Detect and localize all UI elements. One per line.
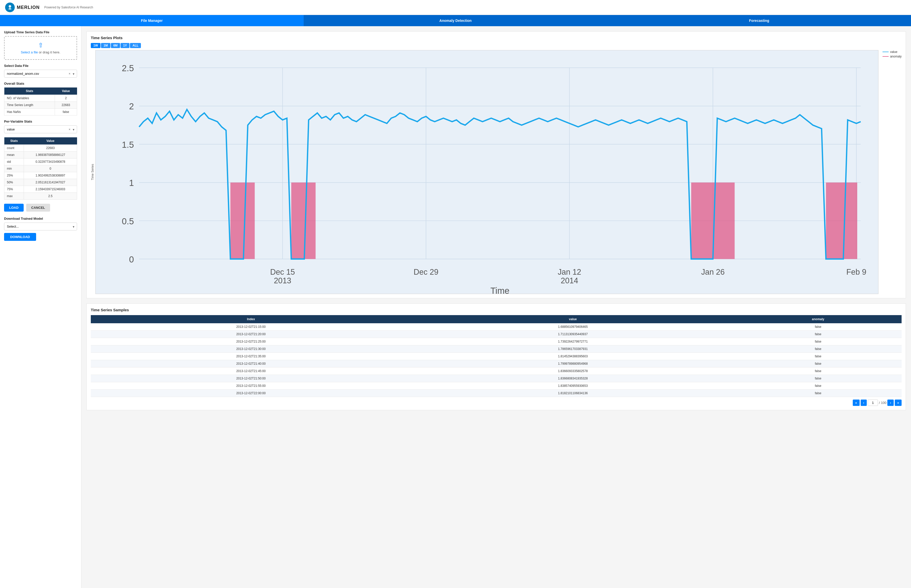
table-row: 50%2.0511613141947027 bbox=[4, 179, 77, 186]
prev-page-button[interactable]: ‹ bbox=[861, 399, 867, 406]
main-content: Upload Time Series Data File ⇧ Select a … bbox=[0, 26, 911, 588]
page-number-input[interactable] bbox=[868, 399, 878, 406]
y-axis-label: Time Series bbox=[91, 50, 94, 294]
per-variable-select-wrapper: value × ▾ bbox=[4, 125, 77, 133]
legend-label: value bbox=[890, 50, 898, 54]
data-file-select[interactable]: normalized_anom.csv bbox=[4, 70, 77, 78]
logo-text: MERLION bbox=[17, 5, 40, 10]
svg-text:Feb 9: Feb 9 bbox=[846, 268, 866, 276]
download-title: Download Trained Model bbox=[4, 217, 77, 221]
download-select-wrapper: Select... ▾ bbox=[4, 223, 77, 230]
time-range-btn-all[interactable]: ALL bbox=[130, 43, 141, 48]
per-variable-stats-table: Stats Value count22683mean1.969387085886… bbox=[4, 137, 77, 200]
overall-stats-title: Overall Stats bbox=[4, 82, 77, 86]
table-row: 2013-12-02T21:20:001.7113130935440937fal… bbox=[91, 331, 901, 338]
value-col-header: Value bbox=[55, 87, 77, 95]
table-row: 2013-12-02T21:45:001.8366093335802578fal… bbox=[91, 367, 901, 375]
per-var-stats-col: Stats bbox=[4, 137, 24, 145]
table-row: Time Series Length22683 bbox=[4, 102, 77, 108]
download-section: Download Trained Model Select... ▾ DOWNL… bbox=[4, 217, 77, 241]
tab-file-manager[interactable]: File Manager bbox=[0, 15, 304, 26]
download-select[interactable]: Select... bbox=[4, 223, 77, 230]
legend-color bbox=[882, 52, 888, 52]
last-page-button[interactable]: » bbox=[895, 399, 901, 406]
logo-area: MERLION Powered by Salesforce AI Researc… bbox=[5, 3, 93, 12]
svg-text:Dec 15: Dec 15 bbox=[270, 268, 295, 276]
time-range-btn-1y[interactable]: 1Y bbox=[121, 43, 129, 48]
svg-text:1: 1 bbox=[129, 178, 134, 188]
svg-point-0 bbox=[9, 5, 11, 8]
table-row: 25%1.9024992538308897 bbox=[4, 172, 77, 179]
nav-tabs: File Manager Anomaly Detection Forecasti… bbox=[0, 15, 911, 26]
data-file-select-wrapper: normalized_anom.csv × ▾ bbox=[4, 70, 77, 78]
plot-section: Time Series Plots 1W1M6M1YALL Time Serie… bbox=[86, 31, 906, 298]
legend-label: anomaly bbox=[890, 55, 901, 58]
time-range-btn-1m[interactable]: 1M bbox=[101, 43, 110, 48]
per-variable-stats-title: Per-Variable Stats bbox=[4, 120, 77, 123]
next-page-button[interactable]: › bbox=[887, 399, 893, 406]
table-row: 2013-12-02T21:30:001.7865961703387931fal… bbox=[91, 346, 901, 353]
table-row: std0.3229773415490878 bbox=[4, 158, 77, 165]
plot-title: Time Series Plots bbox=[91, 36, 901, 40]
samples-col-header: anomaly bbox=[735, 315, 901, 323]
per-var-clear-icon[interactable]: × bbox=[69, 128, 71, 131]
samples-col-header: Index bbox=[91, 315, 411, 323]
table-row: max2.5 bbox=[4, 193, 77, 200]
cancel-button[interactable]: CANCEL bbox=[26, 204, 50, 212]
upload-drag-text: or drag it here. bbox=[39, 50, 61, 54]
pagination: « ‹ / 100 › » bbox=[91, 399, 901, 406]
app-header: MERLION Powered by Salesforce AI Researc… bbox=[0, 0, 911, 15]
table-row: 2013-12-02T21:50:001.8366808341935328fal… bbox=[91, 375, 901, 382]
svg-text:Time: Time bbox=[490, 286, 509, 294]
tab-forecasting[interactable]: Forecasting bbox=[607, 15, 911, 26]
overall-stats-table: Stats Value NO. of Variables2Time Series… bbox=[4, 87, 77, 115]
select-clear-icon[interactable]: × bbox=[69, 72, 71, 76]
content-area: Time Series Plots 1W1M6M1YALL Time Serie… bbox=[81, 26, 911, 588]
upload-section-title: Upload Time Series Data File bbox=[4, 30, 77, 34]
svg-text:0.5: 0.5 bbox=[122, 216, 134, 226]
upload-area[interactable]: ⇧ Select a file or drag it here. bbox=[4, 36, 77, 60]
upload-link[interactable]: Select a file bbox=[21, 50, 38, 54]
download-button[interactable]: DOWNLOAD bbox=[4, 233, 36, 241]
table-row: 75%2.1594339715246003 bbox=[4, 186, 77, 193]
svg-text:2013: 2013 bbox=[274, 276, 291, 285]
select-data-file-label: Select Data File bbox=[4, 64, 77, 68]
svg-rect-29 bbox=[826, 183, 857, 259]
samples-section: Time Series Samples Indexvalueanomaly 20… bbox=[86, 304, 906, 410]
header-subtitle: Powered by Salesforce AI Research bbox=[44, 6, 93, 9]
svg-text:2.5: 2.5 bbox=[122, 63, 134, 73]
table-row: Has NaNsfalse bbox=[4, 108, 77, 115]
svg-rect-27 bbox=[291, 183, 316, 259]
time-range-buttons: 1W1M6M1YALL bbox=[91, 43, 901, 48]
total-pages: 100 bbox=[881, 401, 887, 405]
samples-title: Time Series Samples bbox=[91, 308, 901, 312]
tab-anomaly-detection[interactable]: Anomaly Detection bbox=[304, 15, 607, 26]
table-row: count22683 bbox=[4, 145, 77, 152]
table-row: 2013-12-02T21:35:001.8145294388395603fal… bbox=[91, 353, 901, 360]
first-page-button[interactable]: « bbox=[853, 399, 859, 406]
load-cancel-buttons: LOAD CANCEL bbox=[4, 204, 77, 212]
table-row: 2013-12-02T21:55:001.8385740955930653fal… bbox=[91, 382, 901, 389]
svg-text:1.5: 1.5 bbox=[122, 140, 134, 150]
legend-color bbox=[882, 56, 888, 57]
per-variable-select[interactable]: value bbox=[4, 125, 77, 133]
samples-table: Indexvalueanomaly 2013-12-02T21:15:001.6… bbox=[91, 315, 901, 397]
table-row: 2013-12-02T21:25:001.7392264279972771fal… bbox=[91, 338, 901, 346]
svg-text:Jan 12: Jan 12 bbox=[558, 268, 581, 276]
table-row: mean1.9693870858866127 bbox=[4, 152, 77, 158]
chart-legend: valueanomaly bbox=[882, 50, 901, 294]
time-range-btn-6m[interactable]: 6M bbox=[111, 43, 120, 48]
svg-text:0: 0 bbox=[129, 255, 134, 264]
table-row: 2013-12-02T21:15:001.6885610979406465fal… bbox=[91, 323, 901, 331]
svg-rect-26 bbox=[230, 183, 255, 259]
svg-text:Jan 26: Jan 26 bbox=[701, 268, 725, 276]
table-row: NO. of Variables2 bbox=[4, 95, 77, 102]
upload-icon: ⇧ bbox=[10, 42, 71, 49]
load-button[interactable]: LOAD bbox=[4, 204, 24, 212]
legend-item: value bbox=[882, 50, 901, 54]
svg-text:Dec 29: Dec 29 bbox=[414, 268, 438, 276]
svg-text:2014: 2014 bbox=[561, 276, 578, 285]
time-range-btn-1w[interactable]: 1W bbox=[91, 43, 100, 48]
chart-wrapper: Time Series bbox=[91, 50, 901, 294]
svg-text:2: 2 bbox=[129, 102, 134, 111]
